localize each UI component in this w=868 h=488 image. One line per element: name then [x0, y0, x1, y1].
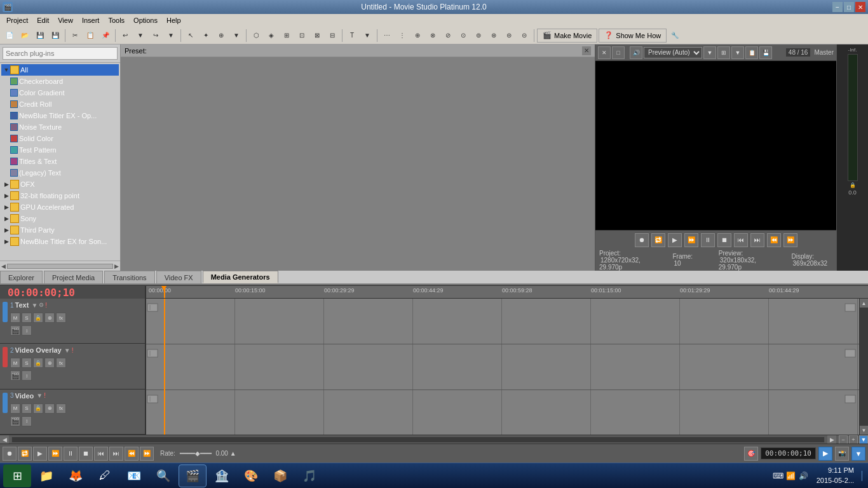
blue-arrow-button[interactable]: ▼	[851, 447, 865, 461]
scroll-up-button[interactable]: ▲	[860, 299, 868, 308]
text-tool[interactable]: T	[345, 29, 359, 43]
zoom-dropdown[interactable]: ▼	[229, 29, 243, 43]
scroll-left-button[interactable]: ◀	[0, 435, 9, 444]
scroll-down-button[interactable]: ▼	[860, 426, 868, 435]
rate-arrow[interactable]: ▲	[230, 450, 236, 457]
transport-pause[interactable]: ⏸	[64, 447, 78, 461]
transport-slow-fwd[interactable]: ⏩	[140, 447, 154, 461]
tool6[interactable]: ⊟	[325, 29, 339, 43]
menu-options[interactable]: Options	[130, 15, 161, 25]
start-button[interactable]: ⊞	[3, 464, 31, 487]
track-solo-2[interactable]: S	[22, 358, 32, 368]
track-mute-1[interactable]: M	[10, 313, 20, 323]
menu-edit[interactable]: Edit	[33, 15, 53, 25]
tree-item-noise-texture[interactable]: Noise Texture	[9, 121, 119, 133]
undo-dropdown[interactable]: ▼	[133, 29, 147, 43]
menu-view[interactable]: View	[54, 15, 77, 25]
search-input[interactable]	[3, 47, 118, 60]
track-sub-btn-6[interactable]: ↕	[22, 416, 32, 426]
preview-save-button[interactable]: 💾	[759, 46, 772, 59]
track-composite-3[interactable]: ⊕	[44, 403, 55, 414]
goto-timecode-button[interactable]: ▶	[818, 447, 832, 461]
track-expand-2[interactable]: ▼	[64, 347, 71, 354]
rate-slider[interactable]: ━━━━◆━━━	[180, 450, 212, 457]
track-sub-btn-4[interactable]: ↕	[22, 370, 32, 381]
tree-item-credit-roll[interactable]: Credit Roll	[9, 98, 119, 110]
track-lock-2[interactable]: 🔒	[33, 358, 43, 368]
close-panel-button[interactable]: ✕	[582, 46, 591, 55]
tree-item-ofx[interactable]: ▶ OFX	[1, 179, 119, 190]
show-desktop-button[interactable]	[862, 471, 865, 481]
taskbar-mail[interactable]: 📧	[120, 464, 148, 487]
preview-speaker-button[interactable]: 🔊	[630, 46, 642, 59]
tree-item-color-gradient[interactable]: Color Gradient	[9, 87, 119, 98]
preview-copy-button[interactable]: 📋	[745, 46, 758, 59]
track-composite-1[interactable]: ⊕	[44, 313, 55, 323]
tool2[interactable]: ◈	[264, 29, 278, 43]
track-solo-1[interactable]: S	[22, 313, 32, 323]
preview-zoom-button[interactable]: □	[612, 46, 625, 59]
minimize-button[interactable]: −	[832, 2, 843, 12]
make-movie-button[interactable]: 🎬 Make Movie	[537, 29, 597, 43]
preview-grid-dropdown[interactable]: ▼	[731, 46, 744, 59]
timecode-snap-button[interactable]: 🎯	[744, 447, 758, 461]
tool8[interactable]: ⋮	[395, 29, 409, 43]
transport-prev[interactable]: ⏮	[94, 447, 108, 461]
tree-item-legacy-text[interactable]: (Legacy) Text	[9, 167, 119, 179]
save-button[interactable]: 💾	[33, 29, 47, 43]
taskbar-bank[interactable]: 🏦	[208, 464, 236, 487]
taskbar-music[interactable]: 🎵	[295, 464, 323, 487]
menu-tools[interactable]: Tools	[104, 15, 128, 25]
track-sub-btn-5[interactable]: 🎬	[10, 416, 20, 426]
scroll-right-button[interactable]: ▶	[827, 435, 836, 444]
tree-item-third-party[interactable]: ▶ Third Party	[1, 224, 119, 236]
tree-item-solid-color[interactable]: Solid Color	[9, 133, 119, 144]
tool14[interactable]: ⊛	[487, 29, 501, 43]
taskbar-paint[interactable]: 🎨	[237, 464, 265, 487]
taskbar-explorer[interactable]: 📁	[32, 464, 60, 487]
cursor-tool[interactable]: ↖	[184, 29, 198, 43]
menu-help[interactable]: Help	[163, 15, 185, 25]
track-mute-3[interactable]: M	[10, 403, 20, 414]
tree-item-test-pattern[interactable]: Test Pattern	[9, 144, 119, 156]
tool3[interactable]: ⊞	[280, 29, 294, 43]
next-frame-button[interactable]: ⏭	[750, 233, 764, 247]
transport-record[interactable]: ⏺	[3, 447, 17, 461]
tree-item-titles-text[interactable]: Titles & Text	[9, 156, 119, 167]
preview-mode-select[interactable]: Preview (Auto) Best (Full) Good Draft	[644, 47, 702, 58]
track-lock-1[interactable]: 🔒	[33, 313, 43, 323]
tool9[interactable]: ⊕	[410, 29, 424, 43]
preview-grid-button[interactable]: ⊞	[717, 46, 730, 59]
tab-transitions[interactable]: Transitions	[104, 271, 154, 283]
transport-play[interactable]: ▶	[33, 447, 47, 461]
tool5[interactable]: ⊠	[310, 29, 324, 43]
copy-button[interactable]: 📋	[83, 29, 97, 43]
track-lock-3[interactable]: 🔒	[33, 403, 43, 414]
track-fx-1[interactable]: fx	[56, 313, 66, 323]
menu-project[interactable]: Project	[3, 15, 32, 25]
track-sub-btn-2[interactable]: ↕	[22, 325, 32, 336]
tool11[interactable]: ⊘	[441, 29, 455, 43]
taskbar-movie-studio[interactable]: 🎬	[179, 464, 207, 487]
tool7[interactable]: ⋯	[380, 29, 394, 43]
play-button[interactable]: ▶	[668, 233, 682, 247]
tree-item-sony[interactable]: ▶ Sony	[1, 213, 119, 224]
horizontal-scrollbar[interactable]: ◀ ▶	[0, 261, 120, 271]
redo-button[interactable]: ↪	[149, 29, 163, 43]
track-composite-2[interactable]: ⊕	[44, 358, 55, 368]
maximize-button[interactable]: □	[844, 2, 854, 12]
tool12[interactable]: ⊙	[456, 29, 470, 43]
show-me-how-button[interactable]: ❓ Show Me How	[599, 29, 667, 43]
tab-explorer[interactable]: Explorer	[0, 271, 43, 283]
track-solo-3[interactable]: S	[22, 403, 32, 414]
record-button[interactable]: ⏺	[635, 233, 649, 247]
tab-video-fx[interactable]: Video FX	[156, 271, 201, 283]
tool15[interactable]: ⊜	[502, 29, 516, 43]
menu-insert[interactable]: Insert	[78, 15, 104, 25]
tree-item-checkerboard[interactable]: Checkerboard	[9, 76, 119, 87]
zoom-arrow-button[interactable]: ▼	[859, 435, 868, 444]
text-dropdown[interactable]: ▼	[360, 29, 374, 43]
keyboard-icon[interactable]: ⌨	[773, 471, 783, 481]
tab-media-generators[interactable]: Media Generators	[203, 271, 278, 283]
transport-next[interactable]: ⏭	[109, 447, 123, 461]
